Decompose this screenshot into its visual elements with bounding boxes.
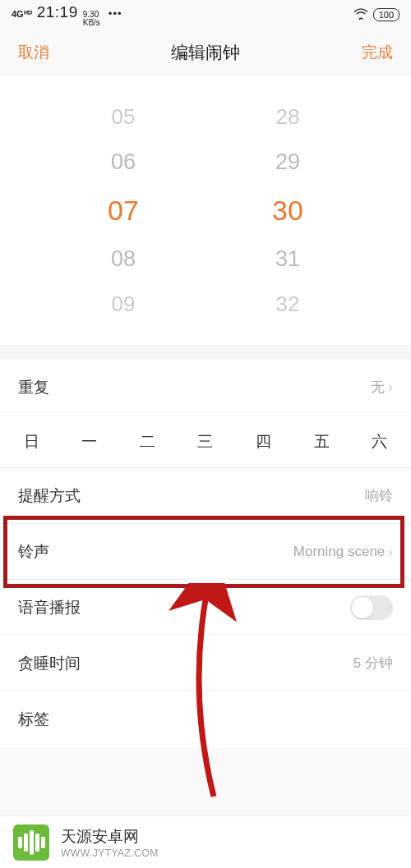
weekday-mon[interactable]: 一 — [76, 431, 103, 452]
page-title: 编辑闹钟 — [171, 41, 240, 64]
cancel-button[interactable]: 取消 — [18, 42, 49, 63]
tag-label: 标签 — [18, 709, 49, 730]
watermark-title: 天源安卓网 — [61, 826, 159, 847]
snooze-label: 贪睡时间 — [18, 653, 81, 674]
voice-broadcast-toggle[interactable] — [350, 595, 393, 620]
picker-hour: 08 — [111, 246, 136, 272]
chevron-right-icon: › — [388, 544, 393, 560]
status-left: 4Gᴴᴰ 21:19 9.30 KB/s ••• — [12, 3, 122, 27]
picker-minute: 31 — [275, 246, 300, 272]
tag-row[interactable]: 标签 — [0, 691, 411, 747]
time-picker[interactable]: 05 06 07 08 09 28 29 30 31 32 — [0, 76, 411, 345]
toggle-knob — [352, 597, 373, 618]
weekday-tue[interactable]: 二 — [134, 431, 160, 452]
picker-hour-selected: 07 — [108, 195, 139, 227]
watermark-logo-icon — [13, 824, 49, 861]
watermark-subtitle: WWW.JYTYAZ.COM — [61, 847, 159, 859]
voice-broadcast-row: 语音播报 — [0, 580, 411, 636]
data-rate: 9.30 KB/s — [83, 11, 100, 27]
data-rate-value: 9.30 — [83, 11, 100, 19]
chevron-right-icon: › — [388, 379, 393, 396]
battery-indicator: 100 — [373, 8, 399, 21]
watermark-text: 天源安卓网 WWW.JYTYAZ.COM — [61, 826, 159, 859]
watermark: 天源安卓网 WWW.JYTYAZ.COM — [0, 815, 411, 868]
ringtone-row[interactable]: 铃声 Morning scene › — [0, 524, 411, 580]
minute-column[interactable]: 28 29 30 31 32 — [272, 104, 303, 317]
snooze-row[interactable]: 贪睡时间 5 分钟 — [0, 636, 411, 691]
ringtone-value-text: Morning scene — [293, 544, 386, 560]
picker-hour: 09 — [112, 292, 136, 317]
picker-minute: 32 — [276, 292, 300, 317]
ringtone-value: Morning scene › — [293, 544, 393, 560]
alert-mode-row[interactable]: 提醒方式 响铃 — [0, 468, 411, 524]
picker-minute: 29 — [275, 149, 300, 175]
picker-hour: 06 — [111, 149, 136, 175]
repeat-label: 重复 — [18, 377, 49, 398]
network-indicator: 4Gᴴᴰ — [12, 9, 32, 20]
weekday-wed[interactable]: 三 — [192, 431, 219, 452]
repeat-value-text: 无 — [371, 378, 385, 397]
alert-mode-value: 响铃 — [365, 486, 393, 505]
weekday-thu[interactable]: 四 — [251, 431, 277, 452]
alert-mode-label: 提醒方式 — [18, 485, 81, 507]
picker-hour: 05 — [112, 104, 136, 130]
wifi-icon — [353, 8, 368, 22]
voice-broadcast-label: 语音播报 — [18, 597, 81, 618]
ringtone-label: 铃声 — [18, 541, 49, 563]
snooze-value: 5 分钟 — [353, 654, 393, 673]
status-right: 100 — [353, 8, 399, 22]
repeat-value: 无 › — [371, 378, 393, 397]
data-rate-unit: KB/s — [83, 19, 100, 27]
status-bar: 4Gᴴᴰ 21:19 9.30 KB/s ••• 100 — [0, 0, 411, 30]
header: 取消 编辑闹钟 完成 — [0, 30, 411, 76]
weekday-sat[interactable]: 六 — [367, 431, 393, 452]
done-button[interactable]: 完成 — [362, 42, 393, 63]
more-dots-icon: ••• — [109, 7, 122, 20]
status-time: 21:19 — [37, 3, 78, 21]
hour-column[interactable]: 05 06 07 08 09 — [108, 104, 139, 317]
section-gap — [0, 345, 411, 360]
weekday-fri[interactable]: 五 — [308, 431, 335, 452]
weekday-sun[interactable]: 日 — [18, 431, 44, 452]
picker-minute-selected: 30 — [272, 195, 303, 227]
picker-minute: 28 — [276, 104, 300, 130]
repeat-row[interactable]: 重复 无 › — [0, 360, 411, 416]
weekday-selector: 日 一 二 三 四 五 六 — [0, 416, 411, 468]
